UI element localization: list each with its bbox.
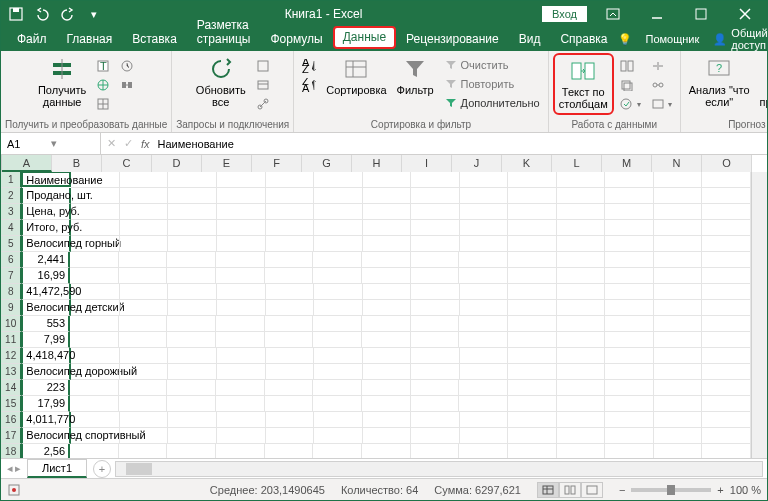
cell[interactable]: [654, 428, 703, 444]
cell[interactable]: [362, 268, 411, 284]
cell[interactable]: [216, 252, 265, 268]
tellme-label[interactable]: Помощник: [646, 33, 700, 45]
cell[interactable]: [508, 332, 557, 348]
cell[interactable]: [459, 396, 508, 412]
cell[interactable]: [459, 316, 508, 332]
cell[interactable]: [605, 316, 654, 332]
cell[interactable]: 41,472,590: [21, 284, 71, 300]
cell[interactable]: [508, 364, 557, 380]
cell[interactable]: [460, 412, 509, 428]
cell[interactable]: [266, 300, 315, 316]
cell[interactable]: [70, 380, 119, 396]
cell[interactable]: [265, 380, 314, 396]
cell[interactable]: [460, 236, 509, 252]
cell[interactable]: [605, 204, 654, 220]
cell[interactable]: [605, 412, 654, 428]
row-header[interactable]: 2: [1, 188, 22, 204]
cell[interactable]: [120, 188, 169, 204]
cell[interactable]: [119, 444, 168, 458]
cell[interactable]: [460, 428, 509, 444]
cell[interactable]: [459, 444, 508, 458]
zoom-in-icon[interactable]: +: [717, 484, 723, 496]
cell[interactable]: [71, 364, 120, 380]
cell[interactable]: [314, 364, 363, 380]
recent-sources-icon[interactable]: [116, 57, 138, 75]
column-header[interactable]: G: [302, 155, 352, 172]
cell[interactable]: [557, 204, 606, 220]
cell[interactable]: [605, 428, 654, 444]
cell[interactable]: [217, 412, 266, 428]
cell[interactable]: [71, 284, 120, 300]
chevron-down-icon[interactable]: ▾: [51, 137, 95, 150]
cell[interactable]: [702, 412, 751, 428]
cell[interactable]: [654, 300, 703, 316]
cell[interactable]: [654, 348, 703, 364]
cell[interactable]: [557, 268, 606, 284]
cell[interactable]: [168, 236, 217, 252]
cell[interactable]: [266, 284, 315, 300]
qat-dropdown-icon[interactable]: ▾: [83, 3, 105, 25]
cell[interactable]: [216, 268, 265, 284]
data-validation-icon[interactable]: ▾: [616, 95, 645, 113]
cell[interactable]: [168, 428, 217, 444]
cell[interactable]: [411, 412, 460, 428]
cell[interactable]: [654, 332, 703, 348]
cell[interactable]: [217, 284, 266, 300]
row-header[interactable]: 5: [1, 236, 22, 252]
cell[interactable]: [71, 188, 120, 204]
zoom-out-icon[interactable]: −: [619, 484, 625, 496]
whatif-button[interactable]: ? Анализ "что если": [685, 53, 754, 111]
formula-value[interactable]: Наименование: [158, 138, 234, 150]
properties-icon[interactable]: [252, 76, 274, 94]
cell[interactable]: [702, 348, 751, 364]
cell[interactable]: [702, 444, 751, 458]
cell[interactable]: [557, 172, 606, 188]
worksheet-grid[interactable]: ABCDEFGHIJKLMNO 1Наименование2Продано, ш…: [1, 155, 767, 458]
sheet-nav-next-icon[interactable]: ▸: [15, 462, 21, 475]
login-button[interactable]: Вход: [542, 6, 587, 22]
cell[interactable]: [119, 380, 168, 396]
cell[interactable]: [217, 236, 266, 252]
clear-filter-button[interactable]: Очистить: [440, 56, 544, 74]
column-header[interactable]: O: [702, 155, 752, 172]
cell[interactable]: [120, 428, 169, 444]
cell[interactable]: [605, 252, 654, 268]
cell[interactable]: [70, 268, 119, 284]
refresh-all-button[interactable]: Обновить все: [192, 53, 250, 111]
cell[interactable]: [363, 204, 412, 220]
cell[interactable]: [702, 428, 751, 444]
cell[interactable]: [265, 444, 314, 458]
view-normal-icon[interactable]: [537, 482, 559, 498]
cell[interactable]: [71, 300, 120, 316]
save-icon[interactable]: [5, 3, 27, 25]
cell[interactable]: [167, 444, 216, 458]
column-header[interactable]: F: [252, 155, 302, 172]
cell[interactable]: [216, 444, 265, 458]
column-header[interactable]: N: [652, 155, 702, 172]
cell[interactable]: [411, 284, 460, 300]
cell[interactable]: [167, 316, 216, 332]
data-model-icon[interactable]: ▾: [647, 95, 676, 113]
cell[interactable]: [217, 364, 266, 380]
cell[interactable]: [313, 252, 362, 268]
cell[interactable]: [654, 172, 703, 188]
cell[interactable]: [217, 348, 266, 364]
row-header[interactable]: 7: [1, 268, 22, 284]
cell[interactable]: [217, 220, 266, 236]
cell[interactable]: [120, 236, 169, 252]
cell[interactable]: [654, 444, 703, 458]
cell[interactable]: Итого, руб.: [21, 220, 71, 236]
cell[interactable]: [459, 252, 508, 268]
cell[interactable]: Продано, шт.: [21, 188, 71, 204]
cell[interactable]: [217, 300, 266, 316]
zoom-control[interactable]: − + 100 %: [619, 484, 761, 496]
row-header[interactable]: 14: [1, 380, 22, 396]
cell[interactable]: [313, 316, 362, 332]
cell[interactable]: [362, 316, 411, 332]
cell[interactable]: [362, 332, 411, 348]
cell[interactable]: [266, 220, 315, 236]
cell[interactable]: [216, 396, 265, 412]
cell[interactable]: [557, 396, 606, 412]
column-header[interactable]: D: [152, 155, 202, 172]
cell[interactable]: [605, 220, 654, 236]
